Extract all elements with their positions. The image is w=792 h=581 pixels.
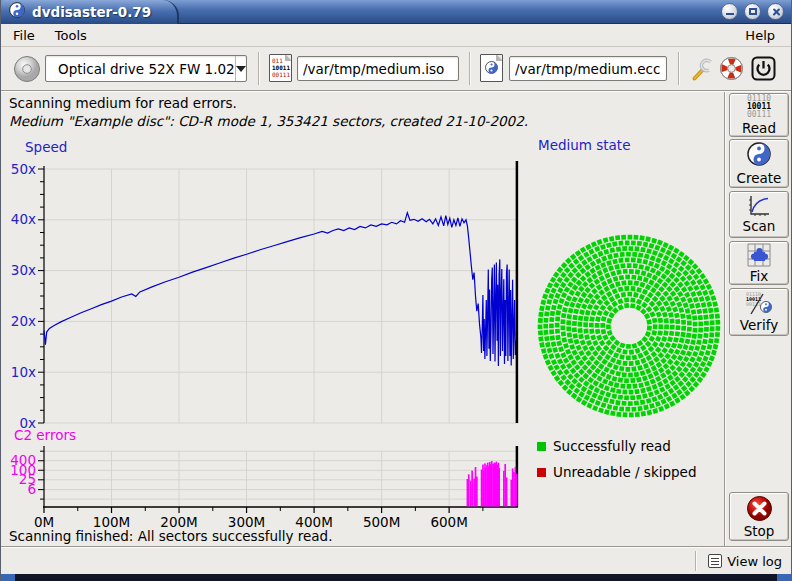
window-bottom-border — [1, 574, 791, 581]
scan-chart-icon — [747, 195, 771, 217]
statusbar: View log — [1, 548, 791, 574]
legend-success-swatch — [537, 442, 546, 451]
maximize-button[interactable] — [744, 3, 761, 20]
legend-success: Successfully read — [537, 438, 671, 454]
maximize-icon — [749, 8, 757, 15]
svg-text:10x: 10x — [11, 364, 36, 380]
c2-chart: C2 errors4001002560M100M200M300M400M500M… — [10, 427, 518, 530]
sidebar: 01110 10011 00111 Read Create Scan — [728, 92, 792, 546]
svg-text:6: 6 — [27, 481, 36, 497]
preferences-button[interactable] — [687, 54, 716, 83]
app-yinyang-icon — [9, 2, 25, 21]
speed-chart: Speed0x10x20x30x40x50x — [11, 139, 518, 431]
titlebar[interactable]: dvdisaster-0.79 — [1, 0, 791, 24]
svg-text:20x: 20x — [11, 313, 36, 329]
verify-button[interactable]: 01110 10011 00111 Verify — [729, 288, 789, 336]
menubar: File Tools Help — [1, 24, 791, 47]
create-yinyang-icon — [747, 142, 771, 169]
stop-button[interactable]: Stop — [729, 492, 789, 541]
drive-selector[interactable]: Optical drive 52X FW 1.02 — [45, 55, 247, 82]
ecc-file-icon — [480, 54, 503, 82]
verify-icon: 01110 10011 00111 — [746, 292, 772, 316]
read-button[interactable]: 01110 10011 00111 Read — [729, 93, 789, 137]
iso-file-icon: 011 10011 00111 — [269, 54, 292, 82]
scan-button[interactable]: Scan — [729, 191, 789, 238]
drive-selector-value: Optical drive 52X FW 1.02 — [46, 61, 235, 77]
drive-icon — [13, 47, 41, 90]
lifebuoy-icon — [718, 55, 745, 82]
svg-text:50x: 50x — [11, 161, 36, 177]
toolbar: Optical drive 52X FW 1.02 011 10011 0011… — [1, 47, 791, 90]
resize-grip-right[interactable] — [777, 574, 791, 581]
view-log-icon — [708, 554, 722, 568]
wrench-icon — [689, 56, 715, 82]
close-button[interactable] — [767, 3, 784, 20]
disc-visualization — [534, 231, 724, 421]
app-window: dvdisaster-0.79 File Tools Help Optical … — [0, 0, 792, 581]
resize-grip-left[interactable] — [1, 574, 15, 581]
read-binary-icon: 01110 10011 00111 — [747, 95, 771, 119]
scan-charts: Speed0x10x20x30x40x50xC2 errors400100256… — [1, 137, 531, 539]
fix-button[interactable]: Fix — [729, 241, 789, 285]
svg-text:C2 errors: C2 errors — [14, 427, 76, 443]
menu-help[interactable]: Help — [735, 26, 785, 45]
speed-curve — [44, 213, 517, 366]
iso-file-input[interactable] — [297, 56, 459, 81]
medium-state-title: Medium state — [538, 137, 630, 153]
legend-unreadable-swatch — [537, 468, 546, 477]
ecc-file-input[interactable] — [509, 56, 667, 81]
svg-text:40x: 40x — [11, 211, 36, 227]
medium-state-panel: Medium state Successfully read Unreadabl… — [531, 137, 724, 539]
bottom-status-text: Scanning finished: All sectors successfu… — [9, 528, 332, 544]
svg-text:600M: 600M — [430, 514, 467, 530]
svg-text:Speed: Speed — [25, 139, 67, 155]
power-icon — [751, 56, 776, 81]
create-button[interactable]: Create — [729, 139, 789, 188]
legend-unreadable: Unreadable / skipped — [537, 464, 696, 480]
svg-text:500M: 500M — [363, 514, 400, 530]
stop-icon — [746, 495, 773, 522]
view-log-button[interactable]: View log — [705, 550, 785, 572]
chevron-down-icon — [235, 56, 246, 81]
menu-tools[interactable]: Tools — [45, 26, 97, 45]
speed-cursor — [516, 161, 519, 423]
window-title: dvdisaster-0.79 — [32, 4, 151, 20]
minimize-button[interactable] — [721, 3, 738, 20]
quit-button[interactable] — [749, 54, 778, 83]
puzzle-icon — [747, 243, 771, 267]
help-button[interactable] — [717, 54, 746, 83]
minimize-icon — [726, 13, 734, 15]
menu-file[interactable]: File — [3, 26, 45, 45]
svg-text:30x: 30x — [11, 262, 36, 278]
